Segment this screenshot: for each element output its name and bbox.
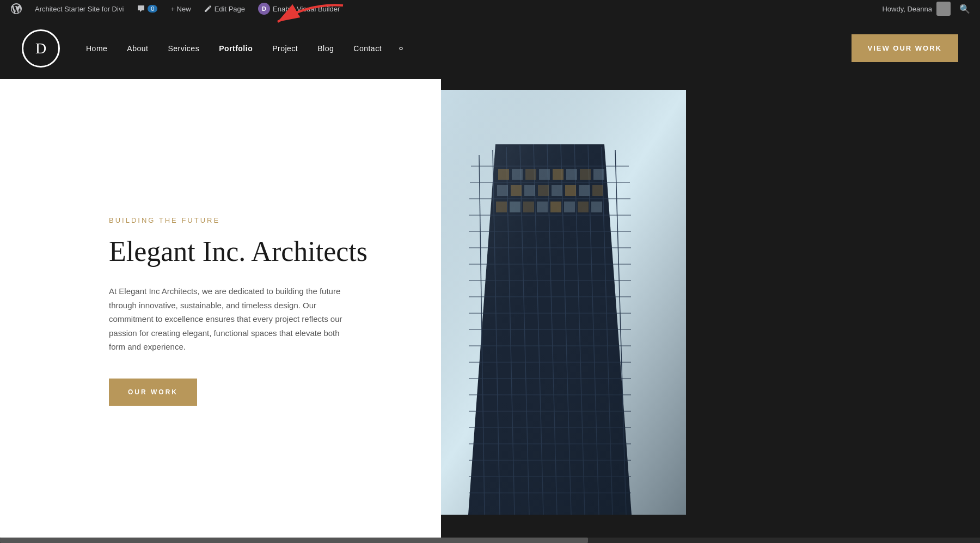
hero-subheading: BUILDING THE FUTURE (109, 216, 397, 224)
divi-icon: D (258, 3, 270, 15)
hero-content-right (441, 79, 980, 543)
edit-page-label: Edit Page (215, 5, 245, 13)
nav-blog[interactable]: Blog (308, 44, 344, 53)
new-item[interactable]: + New (165, 0, 196, 17)
site-name: Architect Starter Site for Divi (35, 5, 124, 13)
edit-page-item[interactable]: Edit Page (199, 0, 250, 17)
nav-contact[interactable]: Contact (344, 44, 391, 53)
logo-letter: D (35, 40, 46, 57)
nav-project[interactable]: Project (262, 44, 308, 53)
nav-services[interactable]: Services (158, 44, 209, 53)
main-content: BUILDING THE FUTURE Elegant Inc. Archite… (0, 79, 980, 543)
nav-search-icon[interactable]: ⚬ (391, 42, 411, 54)
our-work-button[interactable]: OUR WORK (109, 379, 197, 406)
scrollbar[interactable] (0, 538, 980, 543)
comments-item[interactable]: 0 (131, 0, 163, 17)
hero-description: At Elegant Inc Architects, we are dedica… (109, 284, 348, 354)
wordpress-icon-item[interactable] (5, 0, 27, 17)
site-header: D Home About Services Portfolio Project … (0, 17, 980, 79)
building-image (441, 90, 686, 515)
nav-portfolio[interactable]: Portfolio (209, 44, 262, 53)
howdy-text: Howdy, Deanna (882, 5, 932, 13)
user-avatar (936, 2, 951, 16)
scrollbar-thumb[interactable] (0, 538, 588, 543)
admin-bar-right: Howdy, Deanna 🔍 (882, 2, 975, 16)
comment-count: 0 (148, 5, 157, 13)
site-logo[interactable]: D (22, 29, 60, 68)
nav-about[interactable]: About (117, 44, 158, 53)
new-label: + New (170, 5, 191, 13)
view-our-work-button[interactable]: VIEW OUR WORK (852, 34, 959, 62)
svg-rect-59 (441, 90, 686, 515)
hero-content-left: BUILDING THE FUTURE Elegant Inc. Archite… (0, 79, 441, 543)
admin-bar: Architect Starter Site for Divi 0 + New … (0, 0, 980, 17)
site-name-item[interactable]: Architect Starter Site for Divi (29, 0, 129, 17)
main-navigation: Home About Services Portfolio Project Bl… (76, 42, 852, 54)
admin-search-icon[interactable]: 🔍 (955, 4, 975, 14)
nav-home[interactable]: Home (76, 44, 117, 53)
enable-visual-builder-label: Enable Visual Builder (273, 5, 340, 13)
hero-heading: Elegant Inc. Architects (109, 235, 397, 268)
admin-bar-left: Architect Starter Site for Divi 0 + New … (5, 0, 882, 17)
enable-visual-builder-item[interactable]: D Enable Visual Builder (253, 0, 345, 17)
